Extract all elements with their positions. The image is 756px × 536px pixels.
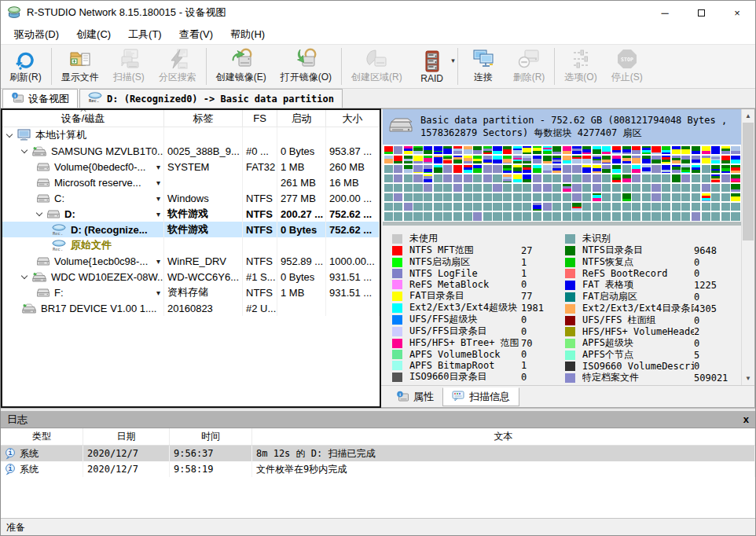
tab-scan-information[interactable]: 扫描信息	[442, 387, 519, 406]
device-tree-row[interactable]: Microsoft reserve...▾261 MB16 MB	[2, 174, 380, 190]
device-name-cell[interactable]: SAMSUNG MZVLB1T0...	[2, 143, 164, 159]
map-block	[662, 193, 670, 202]
menu-drive[interactable]: 驱动器(D)	[6, 25, 68, 44]
row-dropdown-arrow-icon[interactable]: ▾	[156, 194, 160, 203]
column-header-device[interactable]: 设备/磁盘	[2, 110, 164, 127]
toolbar-button-show-files[interactable]: 显示文件	[54, 46, 106, 87]
legend-count: 4305	[694, 303, 738, 314]
device-start-cell: 200.27 ...	[277, 206, 326, 222]
log-column-date[interactable]: 日期	[83, 428, 170, 445]
device-name-cell[interactable]: WDC WD10EZEX-08W...	[2, 269, 164, 285]
device-tree-row[interactable]: Volume{1ecb0c98-...▾WinRE_DRVNTFS952.89 …	[2, 253, 380, 269]
device-name-cell[interactable]: Rec.原始文件	[2, 237, 164, 253]
map-block	[413, 174, 422, 183]
device-tree-row[interactable]: D:▾软件游戏NTFS200.27 ...752.62 ...	[2, 206, 380, 222]
map-block	[434, 156, 442, 164]
device-name-cell[interactable]: F:▾	[2, 285, 164, 300]
legend-label: NTFS LogFile	[409, 268, 521, 279]
legend-item: FAT目录条目77	[392, 290, 565, 302]
device-tree-row[interactable]: SAMSUNG MZVLB1T0...0025_388B_9...#0 ...0…	[2, 143, 380, 159]
map-block	[543, 212, 552, 221]
log-header: 日志 x	[1, 411, 755, 428]
expand-chevron-icon[interactable]	[21, 272, 28, 278]
log-row[interactable]: i系统2020/12/79:58:19文件枚举在9秒内完成	[1, 461, 755, 477]
legend-swatch	[392, 303, 402, 313]
device-name-cell[interactable]: BR17 DEVICE V1.00 1....	[2, 300, 164, 316]
row-dropdown-arrow-icon[interactable]: ▾	[156, 163, 160, 171]
map-block	[394, 193, 402, 202]
map-block	[593, 203, 601, 211]
tab-recognized-partition[interactable]: Rec. D: (Recognized0) -> Basic data part…	[79, 89, 343, 108]
expand-chevron-icon[interactable]	[21, 146, 28, 152]
device-name-cell[interactable]: Rec.D: (Recognize...	[2, 222, 164, 237]
toolbar-button-open-image[interactable]: 打开镜像(O)	[273, 46, 339, 87]
legend-label: NTFS恢复点	[582, 255, 694, 269]
scroll-down-arrow-icon[interactable]: ▼	[742, 372, 754, 385]
log-column-type[interactable]: 类型	[1, 428, 83, 445]
map-block	[493, 156, 501, 164]
map-block	[651, 165, 660, 174]
device-tree-row[interactable]: Rec.D: (Recognize...软件游戏NTFS0 Bytes752.6…	[2, 222, 380, 237]
expand-chevron-icon[interactable]	[36, 209, 42, 215]
map-block	[453, 146, 462, 155]
menu-tools[interactable]: 工具(T)	[119, 25, 171, 44]
menubar: 驱动器(D) 创建(C) 工具(T) 查看(V) 帮助(H)	[1, 24, 755, 44]
device-tree-row[interactable]: WDC WD10EZEX-08W...WD-WCC6Y6...#1 S...0 …	[2, 269, 380, 285]
scroll-up-arrow-icon[interactable]: ▲	[742, 109, 754, 123]
tab-device-view[interactable]: i 设备视图	[2, 89, 78, 108]
dropdown-arrow-icon[interactable]: ▾	[451, 57, 455, 64]
map-block	[721, 212, 730, 221]
toolbar-button-refresh[interactable]: 刷新(R)	[2, 46, 49, 87]
log-row[interactable]: i系统2020/12/79:56:378m 12s 的 D: 扫描已完成	[1, 446, 755, 461]
menu-help[interactable]: 帮助(H)	[222, 25, 273, 44]
map-block	[443, 165, 452, 174]
scrollbar-thumb[interactable]	[743, 123, 754, 240]
map-block	[711, 174, 720, 183]
device-tree-row[interactable]: 本地计算机	[2, 127, 380, 143]
menu-create[interactable]: 创建(C)	[68, 25, 119, 44]
device-tree-row[interactable]: BR17 DEVICE V1.00 1....20160823#2 U...	[2, 300, 380, 316]
device-tree-row[interactable]: Rec.原始文件	[2, 237, 380, 253]
legend-swatch	[392, 234, 402, 244]
column-header-label[interactable]: 标签	[164, 110, 243, 127]
map-block	[711, 165, 720, 174]
tab-properties[interactable]: i 属性	[387, 387, 442, 406]
close-button[interactable]: ×	[719, 1, 755, 24]
device-name-cell[interactable]: 本地计算机	[2, 127, 164, 143]
row-dropdown-arrow-icon[interactable]: ▾	[156, 210, 160, 218]
expand-chevron-icon[interactable]	[6, 130, 13, 137]
column-header-size[interactable]: 大小	[326, 110, 380, 127]
toolbar-button-raid[interactable]: RAID▾	[409, 46, 455, 87]
row-dropdown-arrow-icon[interactable]: ▾	[156, 257, 160, 266]
device-name-cell[interactable]: C:▾	[2, 190, 164, 206]
toolbar-separator	[51, 48, 52, 85]
map-block	[443, 156, 452, 164]
row-dropdown-arrow-icon[interactable]: ▾	[156, 288, 160, 297]
device-name-cell[interactable]: D:▾	[2, 206, 164, 222]
legend-count: 5	[694, 350, 738, 361]
map-block	[632, 156, 640, 164]
column-header-fs[interactable]: FS	[243, 110, 277, 127]
scan-panel-scrollbar[interactable]: ▲ ▼	[741, 109, 754, 385]
menu-view[interactable]: 查看(V)	[171, 25, 222, 44]
device-name-cell[interactable]: Volume{0bedecf0-...▾	[2, 159, 164, 174]
legend-item: UFS/FFS 柱面组0	[565, 314, 738, 326]
minimize-button[interactable]: ─	[647, 1, 683, 24]
toolbar-button-connect[interactable]: 连接	[461, 46, 506, 87]
device-tree-row[interactable]: Volume{0bedecf0-...▾SYSTEMFAT321 MB260 M…	[2, 159, 380, 174]
toolbar-button-create-image[interactable]: 创建镜像(E)	[209, 46, 273, 87]
device-name-cell[interactable]: Volume{1ecb0c98-...▾	[2, 253, 164, 269]
column-header-start[interactable]: 启动	[277, 110, 326, 127]
device-fs-cell: #1 S...	[243, 269, 277, 285]
map-block	[493, 212, 501, 221]
log-close-icon[interactable]: x	[743, 413, 749, 425]
log-column-time[interactable]: 时间	[170, 428, 252, 445]
device-name-cell[interactable]: Microsoft reserve...▾	[2, 174, 164, 190]
map-block	[572, 212, 581, 221]
maximize-button[interactable]	[683, 1, 719, 24]
log-column-text[interactable]: 文本	[252, 428, 755, 445]
device-tree-row[interactable]: C:▾WindowsNTFS277 MB200.00 ...	[2, 190, 380, 206]
scan-block-map[interactable]	[383, 145, 741, 222]
row-dropdown-arrow-icon[interactable]: ▾	[156, 178, 160, 187]
device-tree-row[interactable]: F:▾资料存储NTFS1 MB931.51 ...	[2, 285, 380, 300]
